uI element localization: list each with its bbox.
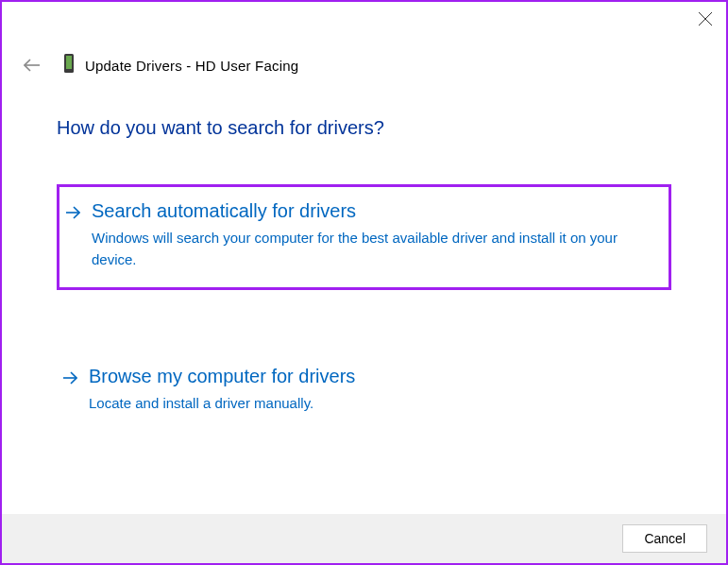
option-title: Browse my computer for drivers xyxy=(89,366,355,387)
device-icon xyxy=(43,53,76,77)
option-search-automatically[interactable]: Search automatically for drivers Windows… xyxy=(57,184,671,290)
options-list: Search automatically for drivers Windows… xyxy=(57,184,671,432)
window-title: Update Drivers - HD User Facing xyxy=(85,58,298,74)
window-frame: Update Drivers - HD User Facing How do y… xyxy=(0,0,728,565)
prompt-text: How do you want to search for drivers? xyxy=(57,117,671,139)
option-description: Locate and install a driver manually. xyxy=(89,393,618,415)
option-browse-computer[interactable]: Browse my computer for drivers Locate an… xyxy=(57,352,671,432)
arrow-right-icon xyxy=(65,205,80,220)
arrow-right-icon xyxy=(62,370,77,385)
titlebar xyxy=(2,2,726,40)
close-icon[interactable] xyxy=(698,11,713,30)
dialog-footer: Cancel xyxy=(2,514,726,563)
option-description: Windows will search your computer for th… xyxy=(92,228,620,270)
svg-rect-4 xyxy=(66,56,72,69)
option-title: Search automatically for drivers xyxy=(92,200,356,222)
dialog-content: How do you want to search for drivers? S… xyxy=(2,77,726,432)
back-button[interactable] xyxy=(21,54,43,77)
cancel-button[interactable]: Cancel xyxy=(622,524,707,553)
header-row: Update Drivers - HD User Facing xyxy=(2,53,726,77)
